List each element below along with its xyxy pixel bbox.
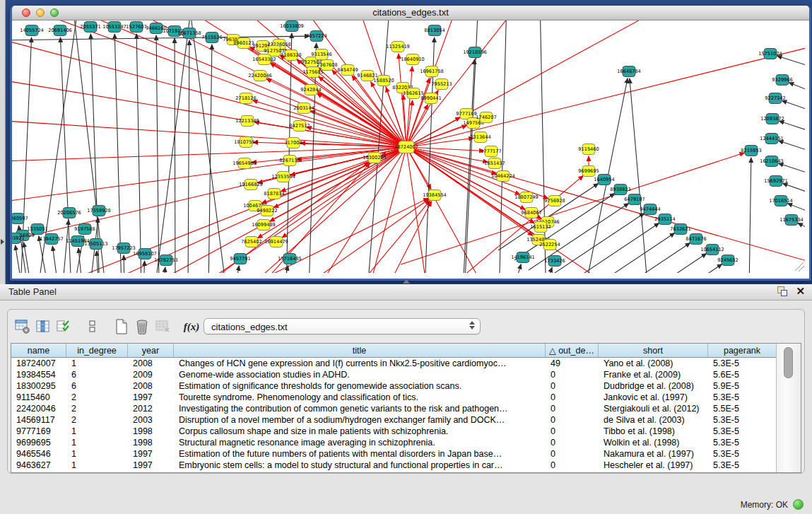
scrollbar-thumb[interactable] — [784, 347, 793, 378]
row-mode-button[interactable] — [83, 317, 102, 336]
network-edge[interactable] — [12, 119, 406, 147]
network-edge[interactable] — [286, 33, 292, 273]
node-label: 9245652 — [717, 257, 738, 263]
network-edge[interactable] — [114, 34, 122, 273]
node-label: 16033809 — [280, 23, 304, 29]
network-edge[interactable] — [782, 100, 805, 117]
network-edge[interactable] — [12, 36, 310, 40]
table-cell: Dudbridge et al. (2008) — [599, 380, 708, 392]
table-cell: Yano et al. (2008) — [599, 358, 708, 369]
network-edge[interactable] — [401, 153, 744, 264]
column-header-4[interactable]: △ out_de… — [546, 344, 599, 358]
column-header-3[interactable]: title — [174, 344, 546, 358]
column-header-0[interactable]: name — [11, 344, 66, 358]
network-edge[interactable] — [543, 267, 552, 273]
split-pane-handle-icon[interactable] — [403, 279, 410, 284]
network-edge[interactable] — [143, 261, 145, 273]
network-edge[interactable] — [749, 158, 751, 273]
network-edge[interactable] — [189, 21, 224, 273]
network-edge[interactable] — [590, 243, 690, 273]
network-edge[interactable] — [779, 141, 805, 157]
network-edge[interactable] — [406, 42, 805, 147]
network-edge[interactable] — [163, 267, 165, 273]
network-edge[interactable] — [406, 147, 541, 218]
close-panel-icon[interactable]: ✕ — [796, 286, 805, 296]
table-row[interactable]: 1830029562008Estimation of significance … — [11, 380, 777, 392]
memory-indicator[interactable] — [793, 499, 804, 510]
table-row[interactable]: 2242004622012Investigating the contribut… — [11, 403, 777, 414]
network-edge[interactable] — [399, 54, 406, 147]
network-edge[interactable] — [72, 21, 104, 273]
network-graph[interactable]: 1872400779638228960123891295422226058912… — [12, 21, 805, 273]
network-edge[interactable] — [317, 93, 406, 147]
network-edge[interactable] — [266, 78, 406, 147]
node-label: 18807249 — [514, 194, 539, 200]
node-label: 7625402 — [241, 239, 261, 245]
network-edge[interactable] — [630, 78, 647, 273]
float-window-icon[interactable] — [777, 286, 787, 296]
network-edge[interactable] — [798, 223, 805, 238]
table-row[interactable]: 911546021997Tourette syndrome. Phenomeno… — [11, 392, 777, 403]
table-row[interactable]: 946362711997Embryonic stem cells: a mode… — [11, 460, 777, 471]
network-edge[interactable] — [622, 264, 722, 273]
new-column-button[interactable] — [112, 317, 131, 336]
show-columns-button[interactable] — [34, 317, 52, 336]
table-scrollbar[interactable] — [776, 344, 801, 472]
network-edge[interactable] — [500, 21, 507, 273]
node-label: 17016514 — [769, 198, 793, 204]
network-edge[interactable] — [379, 201, 431, 273]
network-edge[interactable] — [136, 34, 141, 273]
node-label: 8471676 — [686, 236, 706, 242]
table-cell: Structural magnetic resonance image aver… — [174, 437, 546, 448]
network-edge[interactable] — [779, 121, 805, 137]
resize-grip-icon[interactable] — [795, 262, 804, 271]
table-mode-button[interactable] — [13, 317, 32, 336]
expand-panel-arrow-icon[interactable] — [1, 239, 4, 245]
table-row[interactable]: 1456911722003Disruption of a novel membe… — [11, 414, 777, 426]
table-cell: Estimation of significance thresholds fo… — [174, 380, 546, 392]
delete-column-button[interactable] — [133, 317, 151, 336]
network-edge[interactable] — [235, 266, 239, 273]
network-edge[interactable] — [52, 246, 59, 273]
network-edge[interactable] — [188, 40, 189, 273]
node-label: 6479197 — [624, 197, 645, 202]
network-canvas[interactable]: 1872400779638228960123891295422226058912… — [12, 21, 805, 273]
network-edge[interactable] — [245, 163, 370, 273]
memory-label: Memory: OK — [741, 500, 788, 510]
network-edge[interactable] — [779, 163, 805, 180]
network-edge[interactable] — [90, 34, 100, 273]
table-panel-header[interactable]: Table Panel ✕ — [0, 284, 812, 300]
network-edge[interactable] — [406, 147, 493, 273]
column-header-6[interactable]: pagerank — [708, 344, 777, 358]
network-edge[interactable] — [175, 38, 175, 273]
table-row[interactable]: 1872400712008Changes of HCN gene express… — [11, 358, 777, 369]
network-edge[interactable] — [789, 83, 805, 98]
network-edge[interactable] — [156, 35, 159, 273]
network-edge[interactable] — [344, 201, 430, 273]
network-edge[interactable] — [406, 21, 528, 147]
table-selector-dropdown[interactable]: citations_edges.txt — [204, 318, 481, 334]
network-window[interactable]: citations_edges.txt 18724007796382289601… — [10, 6, 811, 281]
function-builder-button[interactable]: f(x) — [182, 317, 201, 336]
network-edge[interactable] — [290, 147, 406, 175]
network-edge[interactable] — [124, 255, 124, 273]
network-edge[interactable] — [12, 77, 406, 147]
network-edge[interactable] — [606, 254, 707, 273]
column-header-2[interactable]: year — [128, 344, 174, 358]
collapsed-panel-strip[interactable] — [0, 0, 6, 284]
table-row[interactable]: 969969511998Structural magnetic resonanc… — [11, 437, 777, 448]
table-row[interactable]: 946554611997Estimation of the future num… — [11, 448, 777, 460]
network-edge[interactable] — [777, 56, 805, 72]
table-row[interactable]: 1938455462009Genome-wide association stu… — [11, 369, 777, 380]
table-cell: 19384554 — [11, 369, 66, 380]
network-edge[interactable] — [12, 35, 406, 147]
network-edge[interactable] — [513, 264, 521, 273]
column-header-5[interactable]: short — [599, 344, 708, 358]
select-columns-button[interactable] — [54, 317, 73, 336]
delete-table-button[interactable] — [153, 317, 172, 336]
network-window-titlebar[interactable]: citations_edges.txt — [12, 6, 809, 21]
network-edge[interactable] — [406, 147, 548, 199]
column-header-1[interactable]: in_degree — [66, 344, 128, 358]
table-row[interactable]: 977716911998Corpus callosum shape and si… — [11, 426, 777, 437]
node-label: 14055724 — [20, 28, 44, 33]
